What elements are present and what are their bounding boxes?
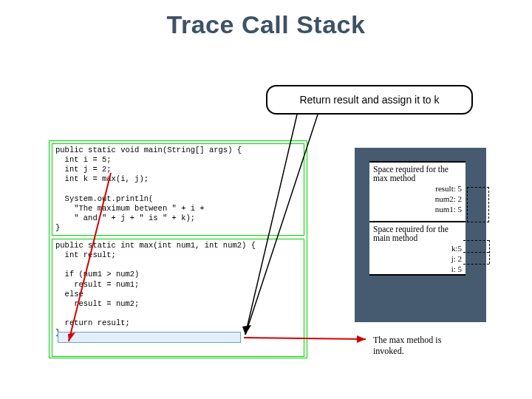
dashed-indicator-main — [467, 236, 489, 273]
code-main-box: public static void main(String[] args) {… — [52, 143, 304, 236]
stack-frame-max-label: Space required for the max method — [373, 165, 462, 183]
stack-frame-main: Space required for the main method k:5j:… — [369, 222, 466, 276]
callout-text: Return result and assign it to k — [299, 94, 439, 106]
invoked-caption: The max method is invoked. — [369, 332, 477, 355]
dashed-indicator-max — [467, 187, 489, 222]
svg-marker-6 — [357, 335, 366, 343]
code-main: public static void main(String[] args) {… — [55, 146, 301, 233]
highlight-return-line — [58, 332, 241, 343]
code-max: public static int max(int num1, int num2… — [55, 241, 301, 338]
stack-frame-main-vars: k:5j: 2i: 5 — [373, 244, 462, 274]
slide-title: Trace Call Stack — [0, 0, 532, 39]
stack-frame-max: Space required for the max method result… — [369, 161, 466, 222]
code-container: public static void main(String[] args) {… — [49, 140, 307, 358]
callout-bubble: Return result and assign it to k — [266, 85, 473, 115]
stack-frame-main-label: Space required for the main method — [373, 225, 462, 242]
stack-frame-max-vars: result: 5num2: 2num1: 5 — [373, 184, 462, 214]
